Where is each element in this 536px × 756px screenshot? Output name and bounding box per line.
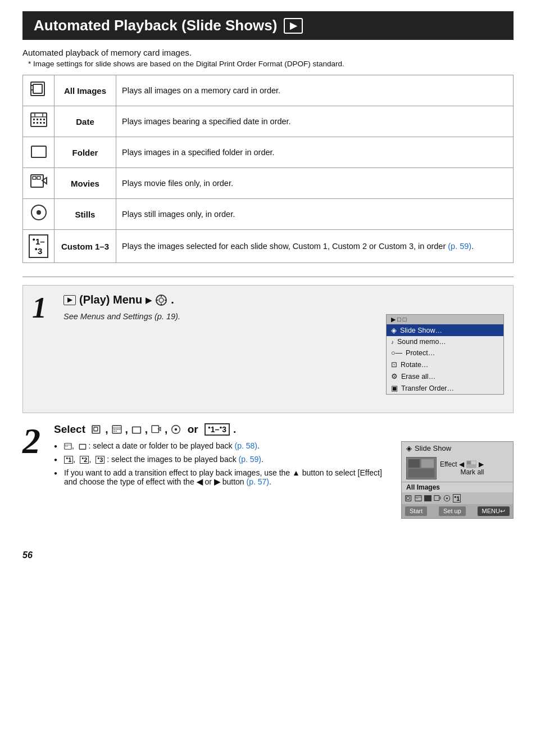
step2-period: . (233, 423, 236, 436)
label-all-images: All Images (54, 75, 116, 106)
step2-bullet1: , : select a date or folder to be played… (54, 441, 393, 450)
ss2-stills-icon (443, 495, 451, 502)
intro-line1: Automated playback of memory card images… (22, 48, 514, 57)
ss1-protect-label: Protect… (406, 349, 435, 357)
svg-point-65 (446, 497, 448, 499)
bullet3-link[interactable]: (p. 57) (247, 477, 269, 486)
svg-rect-12 (33, 122, 35, 124)
bullet3-text2: button (222, 477, 247, 486)
step2-custom-badge: ●1–●3 (205, 423, 230, 436)
ss1-header-text: ▶ □ □ (391, 316, 406, 323)
bullet2-c3: ●3 (96, 456, 105, 464)
table-row: Folder Plays images in a specified folde… (23, 137, 514, 168)
step1-body-row: See Menus and Settings (p. 19). ▶ □ □ ◈ … (63, 312, 504, 395)
ss2-setup-button[interactable]: Set up (439, 506, 466, 516)
ss2-effect-area: Effect ◀ ▶ Mark all (440, 460, 484, 476)
step1-arrow: ▶ (146, 296, 152, 305)
folder-icon (30, 142, 48, 160)
step2-comma1: , (105, 423, 108, 436)
label-stills: Stills (54, 199, 116, 230)
icon-cell-date (23, 106, 54, 137)
svg-rect-13 (37, 122, 38, 124)
select-folder-icon (131, 424, 142, 434)
icon-cell-custom: ●1–●3 (23, 230, 54, 263)
bullet3-or: or (205, 477, 214, 486)
svg-point-43 (175, 428, 178, 431)
ss1-erase-label: Erase all… (401, 373, 435, 381)
select-date-icon (112, 424, 122, 434)
ss1-protect-icon: ○— (391, 349, 402, 357)
bullet1-link[interactable]: (p. 58) (235, 441, 257, 450)
ss1-slideshow-row: ◈ Slide Show… (387, 324, 503, 336)
bullet1-text: : select a date or folder to be played b… (89, 441, 235, 450)
svg-rect-40 (152, 425, 158, 432)
step1-header: ▶ (Play) Menu ▶ . (63, 293, 504, 306)
desc-all-images: Plays all images on a memory card in ord… (116, 75, 514, 106)
ss2-date-icon (415, 495, 422, 502)
ss2-effect-label: Effect (440, 460, 457, 468)
bullet3-left-arrow: ◀ (197, 477, 203, 486)
table-row: Movies Plays movie files only, in order. (23, 168, 514, 199)
ss1-rotate-label: Rotate… (401, 361, 428, 369)
ss2-mark-row: Mark all (440, 468, 484, 476)
table-row: Stills Plays still images only, in order… (23, 199, 514, 230)
table-row: All Images Plays all images on a memory … (23, 75, 514, 106)
ss2-mark-label: Mark all (460, 468, 484, 476)
ss1-slideshow-icon: ◈ (391, 326, 397, 334)
svg-rect-37 (113, 431, 115, 432)
ss1-sound-label: Sound memo… (397, 338, 446, 346)
step1-section: 1 ▶ (Play) Menu ▶ . See Me (22, 285, 514, 413)
step2-comma3: , (145, 423, 148, 436)
bullet1-date-icon (64, 442, 72, 450)
svg-rect-1 (33, 84, 42, 93)
ss2-effect-row: Effect ◀ ▶ (440, 460, 484, 468)
step2-bullet3: If you want to add a transition effect t… (54, 468, 393, 486)
ss1-transfer-label: Transfer Order… (401, 384, 454, 392)
ss2-start-button[interactable]: Start (405, 506, 427, 516)
bullet2-link[interactable]: (p. 59) (239, 455, 261, 464)
svg-rect-33 (113, 429, 115, 430)
icon-cell-all-images (23, 75, 54, 106)
step1-period: . (171, 293, 174, 306)
custom-link[interactable]: (p. 59) (448, 242, 471, 251)
ss2-icon-row: ●1 (402, 492, 513, 504)
stills-icon (30, 203, 48, 221)
step1-content: 1 ▶ (Play) Menu ▶ . See Me (32, 293, 504, 395)
step1-body: ▶ (Play) Menu ▶ . See Menus and Settings… (63, 293, 504, 395)
svg-rect-29 (92, 425, 100, 433)
svg-rect-39 (133, 427, 141, 433)
svg-rect-50 (408, 459, 420, 468)
svg-rect-46 (66, 446, 66, 446)
step1-settings-icon (155, 294, 167, 306)
bullet3-right-arrow: ▶ (214, 477, 220, 486)
desc-custom: Plays the images selected for each slide… (116, 230, 514, 263)
step2-bullet2: ●1, ●2, ●3 : select the images to be pla… (54, 455, 393, 464)
ss2-all-images: All Images (402, 482, 513, 492)
step2-section: 2 Select , (22, 419, 514, 533)
select-movies-icon (151, 424, 161, 434)
ss2-allimages-icon (405, 495, 412, 502)
title-bar: Automated Playback (Slide Shows) ▶ (22, 11, 514, 40)
svg-rect-19 (33, 176, 36, 179)
bullet2-c2: ●2 (80, 456, 89, 464)
label-folder: Folder (54, 137, 116, 168)
bullet2-text: : select the images to be played back (107, 455, 238, 464)
section-divider (22, 277, 514, 277)
svg-rect-36 (119, 429, 120, 430)
icon-cell-folder (23, 137, 54, 168)
step2-number: 2 (22, 423, 45, 459)
step1-header-text: (Play) Menu (79, 293, 142, 306)
step2-body: Select , , (54, 423, 514, 519)
svg-rect-11 (43, 119, 45, 120)
ss2-title-text: Slide Show (415, 444, 451, 452)
ss2-movies-icon (434, 495, 441, 502)
svg-rect-54 (467, 461, 471, 464)
step1-number: 1 (32, 293, 54, 323)
play-icon: ▶ (284, 18, 303, 34)
label-custom: Custom 1–3 (54, 230, 116, 263)
svg-rect-14 (40, 122, 42, 124)
ss1-sound-icon: ♪ (391, 339, 394, 345)
svg-rect-55 (471, 461, 476, 464)
ss2-menu-button[interactable]: MENU↩ (478, 506, 510, 516)
step2-content: 2 Select , (22, 423, 514, 519)
